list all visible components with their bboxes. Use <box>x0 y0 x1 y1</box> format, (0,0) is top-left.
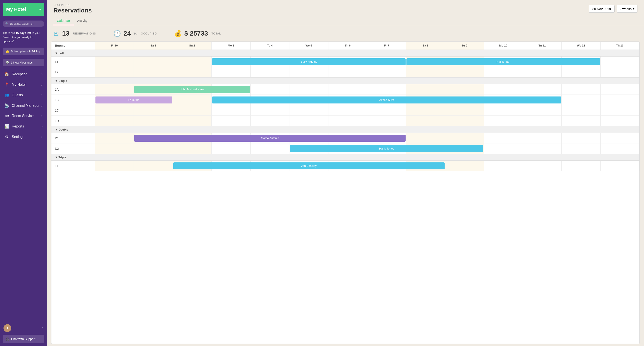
day-cell-L2-2[interactable] <box>173 67 212 78</box>
day-cell-L2-8[interactable] <box>406 67 445 78</box>
day-cell-1D-10[interactable] <box>484 116 522 126</box>
reservation-L1-Sally_Higgins[interactable]: Sally Higgins <box>212 58 406 65</box>
sidebar-item-myhotel[interactable]: 📍 My Hotel › <box>0 79 47 90</box>
day-cell-L1-3[interactable]: Sally Higgins <box>212 57 250 67</box>
day-cell-D2-2[interactable] <box>173 143 212 154</box>
day-cell-D2-1[interactable] <box>134 143 172 154</box>
day-cell-1C-13[interactable] <box>601 105 640 116</box>
day-cell-L2-6[interactable] <box>328 67 367 78</box>
day-cell-1C-3[interactable] <box>212 105 250 116</box>
day-cell-1C-5[interactable] <box>290 105 328 116</box>
reservation-L1-Hal_Jordan[interactable]: Hal Jordan <box>406 58 600 65</box>
reservation-1B-Althea_Silva[interactable]: Althea Silva <box>212 96 561 103</box>
day-cell-1B-12[interactable] <box>562 95 600 105</box>
day-cell-D1-0[interactable] <box>95 133 134 143</box>
reservation-1A-John_Michael_Kane[interactable]: John Michael Kane <box>134 86 250 93</box>
range-picker[interactable]: 2 weeks ▾ <box>617 5 638 13</box>
day-cell-D2-4[interactable] <box>251 143 290 154</box>
day-cell-1C-7[interactable] <box>367 105 406 116</box>
day-cell-L2-13[interactable] <box>601 67 640 78</box>
hotel-brand-button[interactable]: My Hotel ▾ <box>2 3 44 16</box>
day-cell-L1-13[interactable] <box>601 57 640 67</box>
day-cell-1D-3[interactable] <box>212 116 250 126</box>
day-cell-1C-4[interactable] <box>251 105 290 116</box>
day-cell-D1-9[interactable] <box>445 133 484 143</box>
day-cell-1D-9[interactable] <box>445 116 484 126</box>
day-cell-1C-8[interactable] <box>406 105 445 116</box>
day-cell-L2-9[interactable] <box>445 67 484 78</box>
sidebar-item-room-service[interactable]: 🍽 Room Service › <box>0 111 47 121</box>
day-cell-1D-0[interactable] <box>95 116 134 126</box>
day-cell-1C-12[interactable] <box>562 105 600 116</box>
day-cell-1C-11[interactable] <box>523 105 562 116</box>
day-cell-1A-13[interactable] <box>601 84 640 95</box>
sidebar-item-guests[interactable]: 👥 Guests › <box>0 90 47 100</box>
day-cell-1C-1[interactable] <box>134 105 172 116</box>
day-cell-1D-7[interactable] <box>367 116 406 126</box>
day-cell-1A-12[interactable] <box>562 84 600 95</box>
day-cell-T1-12[interactable] <box>562 161 600 171</box>
chat-support-button[interactable]: 🎧 Chat with Support <box>2 335 44 343</box>
day-cell-1C-6[interactable] <box>328 105 367 116</box>
reservation-T1-Jen_Beasley[interactable]: Jen Beasley <box>173 162 444 169</box>
day-cell-1C-10[interactable] <box>484 105 522 116</box>
day-cell-D1-13[interactable] <box>601 133 640 143</box>
day-cell-D2-13[interactable] <box>601 143 640 154</box>
day-cell-1A-1[interactable]: John Michael Kane <box>134 84 172 95</box>
day-cell-L2-7[interactable] <box>367 67 406 78</box>
day-cell-L1-8[interactable]: Hal Jordan <box>406 57 445 67</box>
day-cell-L2-1[interactable] <box>134 67 172 78</box>
day-cell-1B-2[interactable] <box>173 95 212 105</box>
day-cell-D2-5[interactable]: Hank Jones <box>290 143 328 154</box>
day-cell-T1-2[interactable]: Jen Beasley <box>173 161 212 171</box>
day-cell-T1-10[interactable] <box>484 161 522 171</box>
day-cell-1A-4[interactable] <box>251 84 290 95</box>
day-cell-T1-1[interactable] <box>134 161 172 171</box>
day-cell-1C-2[interactable] <box>173 105 212 116</box>
sidebar-item-reception[interactable]: 🏠 Reception › <box>0 69 47 79</box>
day-cell-1A-10[interactable] <box>484 84 522 95</box>
day-cell-1A-11[interactable] <box>523 84 562 95</box>
day-cell-1A-8[interactable] <box>406 84 445 95</box>
day-cell-1D-11[interactable] <box>523 116 562 126</box>
day-cell-D1-10[interactable] <box>484 133 522 143</box>
day-cell-L2-0[interactable] <box>95 67 134 78</box>
sidebar-item-reports[interactable]: 📊 Reports › <box>0 121 47 132</box>
day-cell-1D-13[interactable] <box>601 116 640 126</box>
day-cell-T1-13[interactable] <box>601 161 640 171</box>
day-cell-1D-12[interactable] <box>562 116 600 126</box>
day-cell-1B-13[interactable] <box>601 95 640 105</box>
calendar-container[interactable]: RoomsFr 30Sa 1Su 2Mo 3Tu 4We 5Th 6Fr 7Sa… <box>51 42 640 344</box>
day-cell-D2-10[interactable] <box>484 143 522 154</box>
day-cell-D1-12[interactable] <box>562 133 600 143</box>
day-cell-1B-3[interactable]: Althea Silva <box>212 95 250 105</box>
day-cell-D2-0[interactable] <box>95 143 134 154</box>
day-cell-1C-0[interactable] <box>95 105 134 116</box>
day-cell-D2-3[interactable] <box>212 143 250 154</box>
day-cell-L2-3[interactable] <box>212 67 250 78</box>
day-cell-1D-8[interactable] <box>406 116 445 126</box>
tab-calendar[interactable]: Calendar <box>54 17 74 25</box>
reservation-1B-Lars_Ano[interactable]: Lars Ano <box>96 96 172 103</box>
reservation-D1-Marco_Antonio[interactable]: Marco Antonio <box>134 135 406 142</box>
day-cell-L1-0[interactable] <box>95 57 134 67</box>
day-cell-L2-12[interactable] <box>562 67 600 78</box>
day-cell-1A-9[interactable] <box>445 84 484 95</box>
day-cell-1D-4[interactable] <box>251 116 290 126</box>
day-cell-1B-0[interactable]: Lars Ano <box>95 95 134 105</box>
day-cell-T1-11[interactable] <box>523 161 562 171</box>
day-cell-1A-5[interactable] <box>290 84 328 95</box>
sidebar-item-settings[interactable]: ⚙ Settings › <box>0 132 47 142</box>
tab-activity[interactable]: Activity <box>74 17 91 25</box>
day-cell-T1-9[interactable] <box>445 161 484 171</box>
day-cell-1D-2[interactable] <box>173 116 212 126</box>
day-cell-1C-9[interactable] <box>445 105 484 116</box>
reservation-D2-Hank_Jones[interactable]: Hank Jones <box>290 145 484 152</box>
day-cell-1A-7[interactable] <box>367 84 406 95</box>
day-cell-1D-5[interactable] <box>290 116 328 126</box>
search-bar[interactable]: 🔍 Booking, Guest, et <box>2 21 44 27</box>
day-cell-D1-1[interactable]: Marco Antonio <box>134 133 172 143</box>
day-cell-L1-2[interactable] <box>173 57 212 67</box>
sidebar-item-channel-manager[interactable]: 📡 Channel Manager › <box>0 100 47 111</box>
day-cell-L2-11[interactable] <box>523 67 562 78</box>
